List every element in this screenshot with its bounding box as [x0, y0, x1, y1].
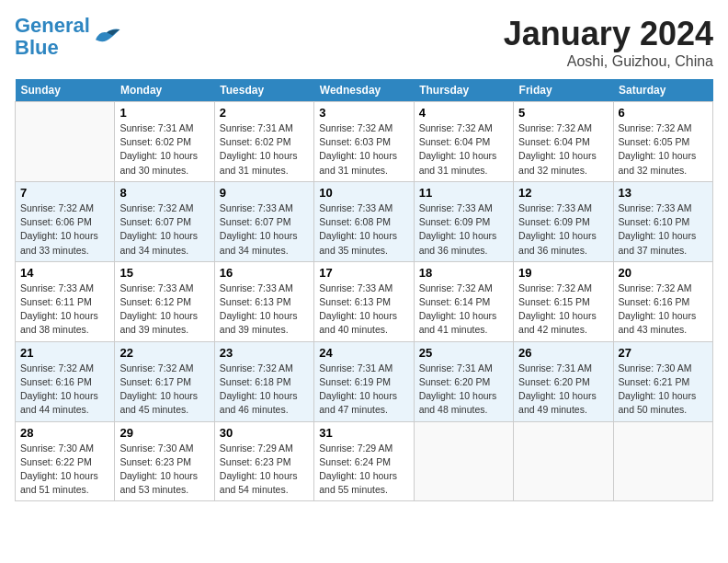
day-info: Sunrise: 7:33 AMSunset: 6:13 PMDaylight:…	[319, 282, 408, 338]
day-number: 6	[619, 106, 708, 120]
day-number: 22	[119, 346, 209, 360]
sunset-label: Sunset: 6:20 PM	[419, 376, 491, 387]
day-info: Sunrise: 7:33 AMSunset: 6:09 PMDaylight:…	[419, 201, 508, 258]
sunrise-label: Sunrise: 7:32 AM	[518, 282, 592, 293]
day-info: Sunrise: 7:32 AMSunset: 6:03 PMDaylight:…	[319, 121, 408, 178]
sunrise-label: Sunrise: 7:29 AM	[220, 442, 293, 454]
day-number: 27	[619, 346, 708, 360]
sunrise-label: Sunrise: 7:31 AM	[119, 122, 193, 133]
daylight-label: Daylight: 10 hours and 42 minutes.	[518, 310, 597, 335]
daylight-label: Daylight: 10 hours and 55 minutes.	[319, 470, 397, 495]
sunrise-label: Sunrise: 7:32 AM	[20, 202, 94, 213]
sunrise-label: Sunrise: 7:31 AM	[319, 362, 392, 373]
day-info: Sunrise: 7:30 AMSunset: 6:23 PMDaylight:…	[119, 442, 209, 498]
sunset-label: Sunset: 6:09 PM	[518, 216, 590, 227]
col-saturday: Saturday	[613, 79, 712, 102]
calendar-cell: 11Sunrise: 7:33 AMSunset: 6:09 PMDayligh…	[414, 181, 513, 261]
calendar-cell: 23Sunrise: 7:32 AMSunset: 6:18 PMDayligh…	[214, 341, 313, 421]
day-number: 24	[319, 346, 408, 360]
sunset-label: Sunset: 6:17 PM	[119, 376, 191, 387]
logo-general: General	[15, 14, 90, 37]
sunset-label: Sunset: 6:08 PM	[319, 216, 391, 227]
calendar-cell: 1Sunrise: 7:31 AMSunset: 6:02 PMDaylight…	[115, 102, 214, 182]
calendar-cell: 2Sunrise: 7:31 AMSunset: 6:02 PMDaylight…	[214, 102, 313, 182]
sunset-label: Sunset: 6:23 PM	[119, 456, 191, 467]
daylight-label: Daylight: 10 hours and 44 minutes.	[20, 390, 98, 415]
sunrise-label: Sunrise: 7:31 AM	[419, 362, 493, 373]
logo-bird-icon	[92, 24, 121, 50]
day-info: Sunrise: 7:31 AMSunset: 6:02 PMDaylight:…	[220, 121, 309, 178]
day-info: Sunrise: 7:32 AMSunset: 6:04 PMDaylight:…	[419, 121, 508, 178]
sunset-label: Sunset: 6:06 PM	[20, 216, 92, 227]
sunrise-label: Sunrise: 7:32 AM	[518, 122, 592, 133]
day-number: 13	[619, 186, 708, 200]
daylight-label: Daylight: 10 hours and 39 minutes.	[119, 310, 198, 335]
daylight-label: Daylight: 10 hours and 32 minutes.	[619, 150, 697, 175]
day-number: 25	[419, 346, 508, 360]
daylight-label: Daylight: 10 hours and 31 minutes.	[419, 150, 497, 175]
calendar-cell: 18Sunrise: 7:32 AMSunset: 6:14 PMDayligh…	[414, 261, 513, 341]
calendar-cell: 19Sunrise: 7:32 AMSunset: 6:15 PMDayligh…	[514, 261, 613, 341]
calendar-cell: 21Sunrise: 7:32 AMSunset: 6:16 PMDayligh…	[16, 341, 115, 421]
calendar-week-2: 7Sunrise: 7:32 AMSunset: 6:06 PMDaylight…	[16, 181, 713, 261]
day-info: Sunrise: 7:32 AMSunset: 6:16 PMDaylight:…	[20, 362, 109, 418]
sunset-label: Sunset: 6:13 PM	[220, 296, 291, 307]
calendar-cell: 22Sunrise: 7:32 AMSunset: 6:17 PMDayligh…	[115, 341, 214, 421]
calendar-cell: 5Sunrise: 7:32 AMSunset: 6:04 PMDaylight…	[514, 102, 613, 182]
day-number: 31	[319, 426, 408, 440]
sunrise-label: Sunrise: 7:30 AM	[619, 362, 692, 373]
logo: General Blue	[15, 15, 121, 59]
calendar-cell	[414, 421, 513, 501]
day-number: 21	[20, 346, 109, 360]
title-area: January 2024 Aoshi, Guizhou, China	[504, 15, 713, 70]
day-number: 7	[20, 186, 109, 200]
logo-blue: Blue	[15, 36, 59, 59]
col-sunday: Sunday	[16, 79, 115, 102]
calendar-cell: 14Sunrise: 7:33 AMSunset: 6:11 PMDayligh…	[16, 261, 115, 341]
calendar-cell: 27Sunrise: 7:30 AMSunset: 6:21 PMDayligh…	[613, 341, 712, 421]
sunrise-label: Sunrise: 7:32 AM	[619, 122, 692, 133]
daylight-label: Daylight: 10 hours and 46 minutes.	[220, 390, 298, 415]
day-info: Sunrise: 7:31 AMSunset: 6:19 PMDaylight:…	[319, 362, 408, 418]
day-number: 23	[220, 346, 309, 360]
col-thursday: Thursday	[414, 79, 513, 102]
sunrise-label: Sunrise: 7:32 AM	[419, 282, 493, 293]
day-number: 10	[319, 186, 408, 200]
sunset-label: Sunset: 6:16 PM	[619, 296, 690, 307]
calendar-cell: 28Sunrise: 7:30 AMSunset: 6:22 PMDayligh…	[16, 421, 115, 501]
daylight-label: Daylight: 10 hours and 38 minutes.	[20, 310, 98, 335]
calendar-table: Sunday Monday Tuesday Wednesday Thursday…	[15, 79, 713, 501]
day-info: Sunrise: 7:32 AMSunset: 6:04 PMDaylight:…	[518, 121, 608, 178]
sunrise-label: Sunrise: 7:33 AM	[220, 202, 293, 213]
calendar-cell: 20Sunrise: 7:32 AMSunset: 6:16 PMDayligh…	[613, 261, 712, 341]
sunset-label: Sunset: 6:07 PM	[220, 216, 291, 227]
sunrise-label: Sunrise: 7:33 AM	[419, 202, 493, 213]
day-number: 29	[119, 426, 209, 440]
sunset-label: Sunset: 6:09 PM	[419, 216, 491, 227]
calendar-cell: 13Sunrise: 7:33 AMSunset: 6:10 PMDayligh…	[613, 181, 712, 261]
sunset-label: Sunset: 6:23 PM	[220, 456, 291, 467]
calendar-cell: 17Sunrise: 7:33 AMSunset: 6:13 PMDayligh…	[314, 261, 414, 341]
day-info: Sunrise: 7:30 AMSunset: 6:21 PMDaylight:…	[619, 362, 708, 418]
day-number: 19	[518, 266, 608, 280]
calendar-cell: 9Sunrise: 7:33 AMSunset: 6:07 PMDaylight…	[214, 181, 313, 261]
daylight-label: Daylight: 10 hours and 34 minutes.	[119, 230, 198, 255]
calendar-cell: 8Sunrise: 7:32 AMSunset: 6:07 PMDaylight…	[115, 181, 214, 261]
sunrise-label: Sunrise: 7:31 AM	[220, 122, 293, 133]
sunrise-label: Sunrise: 7:32 AM	[119, 362, 193, 373]
location-title: Aoshi, Guizhou, China	[504, 53, 713, 70]
col-monday: Monday	[115, 79, 214, 102]
daylight-label: Daylight: 10 hours and 50 minutes.	[619, 390, 697, 415]
sunset-label: Sunset: 6:20 PM	[518, 376, 590, 387]
sunset-label: Sunset: 6:07 PM	[119, 216, 191, 227]
day-info: Sunrise: 7:32 AMSunset: 6:05 PMDaylight:…	[619, 121, 708, 178]
day-info: Sunrise: 7:31 AMSunset: 6:02 PMDaylight:…	[119, 121, 209, 178]
daylight-label: Daylight: 10 hours and 33 minutes.	[20, 230, 98, 255]
day-info: Sunrise: 7:33 AMSunset: 6:09 PMDaylight:…	[518, 201, 608, 258]
page-header: General Blue January 2024 Aoshi, Guizhou…	[15, 15, 713, 70]
day-number: 26	[518, 346, 608, 360]
day-info: Sunrise: 7:32 AMSunset: 6:07 PMDaylight:…	[119, 201, 209, 258]
calendar-cell: 15Sunrise: 7:33 AMSunset: 6:12 PMDayligh…	[115, 261, 214, 341]
day-info: Sunrise: 7:32 AMSunset: 6:16 PMDaylight:…	[619, 282, 708, 338]
day-info: Sunrise: 7:32 AMSunset: 6:18 PMDaylight:…	[220, 362, 309, 418]
